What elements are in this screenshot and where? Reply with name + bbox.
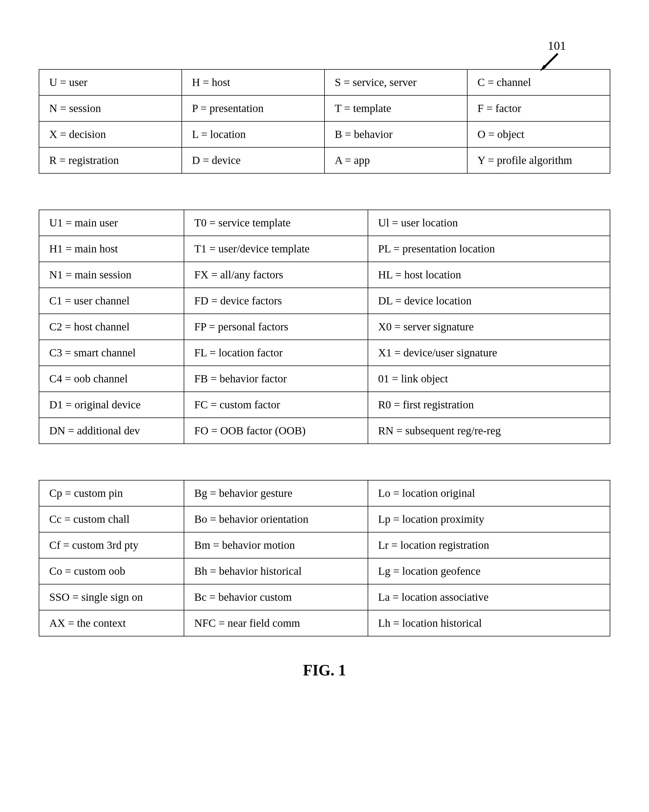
table-cell: N = session — [39, 95, 182, 121]
table-cell: X1 = device/user signature — [368, 340, 610, 366]
table-cell: FP = personal factors — [184, 314, 368, 340]
table-cell: C3 = smart channel — [39, 340, 184, 366]
table-row: Cp = custom pinBg = behavior gestureLo =… — [39, 480, 610, 506]
table-row: Cc = custom challBo = behavior orientati… — [39, 506, 610, 532]
table-cell: P = presentation — [182, 95, 324, 121]
table-cell: Ul = user location — [368, 210, 610, 236]
table-cell: D = device — [182, 147, 324, 173]
table-row: C4 = oob channelFB = behavior factor01 =… — [39, 366, 610, 392]
table-cell: X = decision — [39, 121, 182, 147]
table-cell: C2 = host channel — [39, 314, 184, 340]
table-cell: Lg = location geofence — [368, 558, 610, 584]
table-cell: F = factor — [467, 95, 610, 121]
table-cell: Lr = location registration — [368, 532, 610, 558]
table-cell: H = host — [182, 69, 324, 95]
table-cell: FD = device factors — [184, 288, 368, 314]
table-cell: FC = custom factor — [184, 392, 368, 418]
table-cell: T0 = service template — [184, 210, 368, 236]
table-cell: Bg = behavior gesture — [184, 480, 368, 506]
table-cell: R0 = first registration — [368, 392, 610, 418]
arrow-icon — [538, 51, 563, 76]
table-cell: DL = device location — [368, 288, 610, 314]
legend-table-2: U1 = main userT0 = service templateUl = … — [39, 209, 610, 444]
table-cell: C1 = user channel — [39, 288, 184, 314]
svg-line-0 — [543, 53, 558, 68]
table-cell: D1 = original device — [39, 392, 184, 418]
table-row: C2 = host channelFP = personal factorsX0… — [39, 314, 610, 340]
table-row: AX = the contextNFC = near field commLh … — [39, 610, 610, 636]
table-row: D1 = original deviceFC = custom factorR0… — [39, 392, 610, 418]
table-cell: SSO = single sign on — [39, 584, 184, 610]
table-row: Cf = custom 3rd ptyBm = behavior motionL… — [39, 532, 610, 558]
table-cell: Bm = behavior motion — [184, 532, 368, 558]
legend-table-1: U = userH = hostS = service, serverC = c… — [39, 69, 610, 174]
table-row: U = userH = hostS = service, serverC = c… — [39, 69, 610, 95]
table-cell: Y = profile algorithm — [467, 147, 610, 173]
table-row: N1 = main sessionFX = all/any factorsHL … — [39, 262, 610, 288]
table-cell: Lo = location original — [368, 480, 610, 506]
table-cell: Cp = custom pin — [39, 480, 184, 506]
table-cell: X0 = server signature — [368, 314, 610, 340]
table-row: R = registrationD = deviceA = appY = pro… — [39, 147, 610, 173]
table-cell: C4 = oob channel — [39, 366, 184, 392]
table-cell: HL = host location — [368, 262, 610, 288]
table-cell: Bc = behavior custom — [184, 584, 368, 610]
table-cell: FO = OOB factor (OOB) — [184, 418, 368, 444]
table-cell: 01 = link object — [368, 366, 610, 392]
table-row: C1 = user channelFD = device factorsDL =… — [39, 288, 610, 314]
table-row: U1 = main userT0 = service templateUl = … — [39, 210, 610, 236]
table-cell: T1 = user/device template — [184, 236, 368, 262]
table-cell: FX = all/any factors — [184, 262, 368, 288]
table-cell: Co = custom oob — [39, 558, 184, 584]
table-cell: AX = the context — [39, 610, 184, 636]
table-cell: Bo = behavior orientation — [184, 506, 368, 532]
table-cell: La = location associative — [368, 584, 610, 610]
table-cell: DN = additional dev — [39, 418, 184, 444]
table-cell: Bh = behavior historical — [184, 558, 368, 584]
table-cell: O = object — [467, 121, 610, 147]
table-cell: H1 = main host — [39, 236, 184, 262]
table-cell: NFC = near field comm — [184, 610, 368, 636]
reference-callout: 101 — [39, 39, 610, 69]
table-cell: Cf = custom 3rd pty — [39, 532, 184, 558]
table-cell: Lh = location historical — [368, 610, 610, 636]
table-row: SSO = single sign onBc = behavior custom… — [39, 584, 610, 610]
table-row: N = sessionP = presentationT = templateF… — [39, 95, 610, 121]
table-cell: Lp = location proximity — [368, 506, 610, 532]
table-cell: PL = presentation location — [368, 236, 610, 262]
table-cell: B = behavior — [324, 121, 467, 147]
table-cell: R = registration — [39, 147, 182, 173]
table-cell: U1 = main user — [39, 210, 184, 236]
table-row: H1 = main hostT1 = user/device templateP… — [39, 236, 610, 262]
table-cell: N1 = main session — [39, 262, 184, 288]
table-cell: L = location — [182, 121, 324, 147]
table-row: DN = additional devFO = OOB factor (OOB)… — [39, 418, 610, 444]
table-cell: Cc = custom chall — [39, 506, 184, 532]
table-cell: T = template — [324, 95, 467, 121]
table-row: X = decisionL = locationB = behaviorO = … — [39, 121, 610, 147]
table-cell: FB = behavior factor — [184, 366, 368, 392]
table-cell: S = service, server — [324, 69, 467, 95]
figure-caption: FIG. 1 — [39, 661, 610, 679]
table-row: Co = custom oobBh = behavior historicalL… — [39, 558, 610, 584]
legend-table-3: Cp = custom pinBg = behavior gestureLo =… — [39, 480, 610, 636]
table-cell: U = user — [39, 69, 182, 95]
table-row: C3 = smart channelFL = location factorX1… — [39, 340, 610, 366]
table-cell: RN = subsequent reg/re-reg — [368, 418, 610, 444]
table-cell: FL = location factor — [184, 340, 368, 366]
table-cell: A = app — [324, 147, 467, 173]
